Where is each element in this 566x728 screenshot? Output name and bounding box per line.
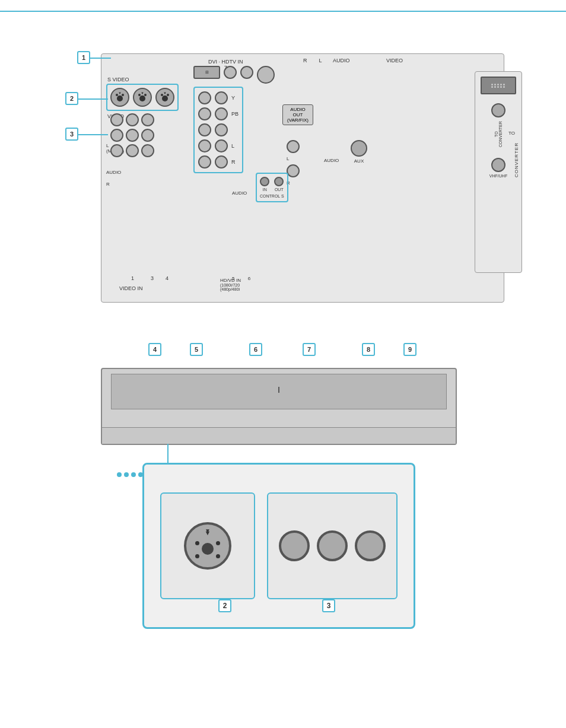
callout-rca-section <box>267 492 398 599</box>
video-label-top: VIDEO <box>386 58 403 63</box>
component-ports-group: Y PB L R <box>193 87 243 173</box>
ref-box-5: 5 <box>190 343 203 356</box>
svideo-port-group: ▼ ▼ ▼ <box>106 84 179 111</box>
control-out-port[interactable] <box>274 177 284 186</box>
component-y-port2[interactable] <box>215 91 228 104</box>
audio-out-r-port[interactable] <box>287 164 300 177</box>
rca-port-v3[interactable] <box>141 113 154 126</box>
component-y-port[interactable] <box>198 91 211 104</box>
svideo-port-2[interactable]: ▼ <box>133 88 152 107</box>
component-l-port2[interactable] <box>215 139 228 152</box>
rca-port-v2[interactable] <box>126 113 139 126</box>
tv-indicator-dots <box>117 472 143 477</box>
component-l-port[interactable] <box>198 139 211 152</box>
rca-port-b2[interactable] <box>126 144 139 157</box>
svideo-port-3[interactable]: ▼ <box>155 88 174 107</box>
callout-num3-box: 3 <box>322 599 335 612</box>
rca-port-a3[interactable] <box>141 129 154 142</box>
rca-port-b3[interactable] <box>141 144 154 157</box>
l-label: L <box>231 143 234 149</box>
audio-out-l-port[interactable] <box>287 140 300 153</box>
converter-label: TOCONVERTER <box>494 119 503 149</box>
control-in-label: IN <box>263 187 267 192</box>
audio-dvi-l[interactable] <box>240 66 253 79</box>
callout-num2-box: 2 <box>218 599 231 612</box>
pin-hole-4 <box>216 554 220 558</box>
callout-rca-group <box>279 530 386 561</box>
ref-box-7: 7 <box>303 343 316 356</box>
audio-dvi-r[interactable] <box>224 66 237 79</box>
component-pr-port2[interactable] <box>215 123 228 136</box>
audio-label-mid: AUDIO <box>106 170 121 175</box>
vhf-uhf-label: VHF/UHF <box>489 174 507 178</box>
aux-port[interactable] <box>351 140 367 157</box>
callout-num3-badge: 3 <box>322 599 335 612</box>
callout-rca-3[interactable] <box>355 530 386 561</box>
dvi-ports-area: ⊞ <box>193 66 275 84</box>
component-pb-port[interactable] <box>198 107 211 120</box>
ref-box-8: 8 <box>362 343 375 356</box>
grid-connector[interactable] <box>481 77 516 94</box>
rca-port-v1[interactable] <box>110 113 123 126</box>
ref-box-6: 6 <box>249 343 262 356</box>
line-2 <box>78 98 108 100</box>
video-in-ports-labels: 1 3 4 <box>131 275 168 281</box>
line-1 <box>90 58 111 59</box>
ref-box-2: 2 <box>65 92 78 105</box>
svideo-port-1[interactable]: ▼ <box>110 88 129 107</box>
tv-bottom-bar <box>102 427 456 444</box>
svideo-label: S VIDEO <box>107 77 129 82</box>
callout-rca-2[interactable] <box>317 530 348 561</box>
audio-out-l-label: L <box>287 156 300 161</box>
to-label: TO <box>508 131 515 136</box>
pin-hole-1 <box>195 541 199 545</box>
pin-hole-3 <box>195 554 199 558</box>
line-3 <box>78 134 108 135</box>
video-dvi-port[interactable] <box>257 66 275 84</box>
audio-label-center: AUDIO <box>232 190 247 196</box>
rca-port-a2[interactable] <box>126 129 139 142</box>
svideo-inner-pin <box>202 543 214 555</box>
ref-box-3: 3 <box>65 128 78 141</box>
component-pr-port[interactable] <box>198 123 211 136</box>
video-in-label: VIDEO IN <box>119 285 143 291</box>
ref-box-4: 4 <box>148 343 161 356</box>
rca-port-b1[interactable] <box>110 144 123 157</box>
power-indicator <box>278 387 279 393</box>
aux-port-area: AUX <box>351 140 367 164</box>
component-r-port[interactable] <box>198 155 211 169</box>
tv-outline <box>101 368 457 445</box>
pin-hole-2 <box>216 541 220 545</box>
audio-out-box: AUDIO OUT (VAR/FIX) <box>282 104 313 125</box>
dot-1 <box>117 472 122 477</box>
rca-port-a1[interactable] <box>110 129 123 142</box>
ref-box-9: 9 <box>403 343 416 356</box>
callout-svideo-section: ▼ <box>160 492 255 599</box>
dvi-port-1[interactable]: ⊞ <box>193 66 220 79</box>
component-pb-port2[interactable] <box>215 107 228 120</box>
pb-label: PB <box>231 111 239 117</box>
aux-label: AUX <box>354 158 364 164</box>
vhf-uhf-port[interactable] <box>491 158 505 172</box>
left-rca-ports <box>110 113 154 157</box>
callout-connector-line <box>167 444 168 465</box>
control-out-label: OUT <box>275 187 284 192</box>
audio-r-label-left: R <box>106 182 110 187</box>
callout-svideo-port[interactable]: ▼ <box>184 522 231 570</box>
rl-audio-video-labels: R L <box>303 58 322 63</box>
control-s-label: CONTROL S <box>260 194 284 198</box>
y-label: Y <box>231 95 235 101</box>
control-in-port[interactable] <box>260 177 269 186</box>
callout-num2-badge: 2 <box>218 599 231 612</box>
audio-out-ports: L R <box>287 140 300 186</box>
dot-3 <box>131 472 136 477</box>
ref-box-1: 1 <box>77 51 90 64</box>
zoom-callout-box: ▼ 2 3 <box>142 463 415 629</box>
r-label: R <box>231 159 236 165</box>
callout-rca-1[interactable] <box>279 530 310 561</box>
control-s-box: IN OUT CONTROL S <box>256 173 288 202</box>
component-r-port2[interactable] <box>215 155 228 169</box>
audio-out-r-label: R <box>287 180 300 186</box>
audio-label-right: AUDIO <box>324 158 339 163</box>
converter-port[interactable] <box>491 103 505 117</box>
